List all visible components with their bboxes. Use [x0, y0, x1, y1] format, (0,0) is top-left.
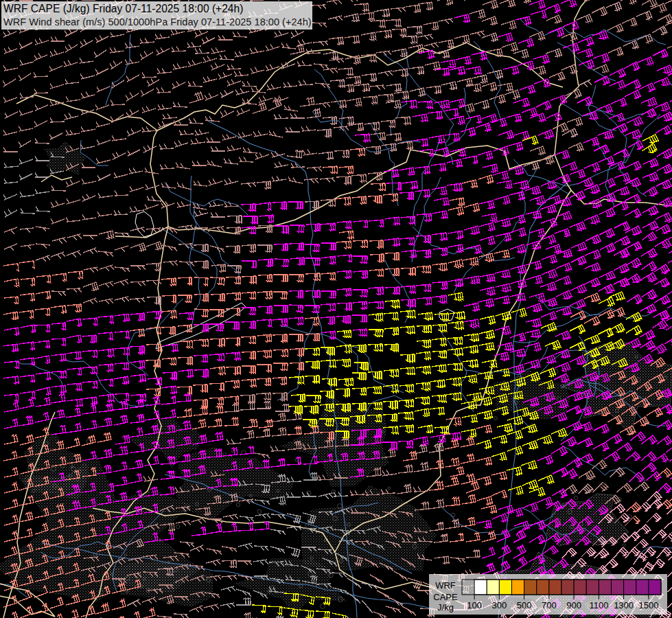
- svg-text:1100: 1100: [589, 600, 608, 610]
- svg-text:900: 900: [566, 600, 581, 610]
- svg-text:700: 700: [542, 600, 557, 610]
- svg-text:500: 500: [517, 600, 532, 610]
- svg-text:J/kg: J/kg: [437, 602, 454, 613]
- svg-text:100: 100: [467, 600, 482, 610]
- svg-text:1500: 1500: [638, 600, 658, 610]
- svg-text:WRF: WRF: [435, 580, 456, 591]
- svg-text:WRF CAPE (J/kg) Friday 07-11-2: WRF CAPE (J/kg) Friday 07-11-2025 18:00 …: [3, 3, 243, 14]
- svg-text:WRF Wind shear (m/s) 500/1000h: WRF Wind shear (m/s) 500/1000hPa Friday …: [3, 16, 312, 27]
- svg-text:CAPE: CAPE: [433, 592, 458, 602]
- svg-text:1300: 1300: [614, 600, 634, 610]
- svg-text:300: 300: [492, 600, 507, 610]
